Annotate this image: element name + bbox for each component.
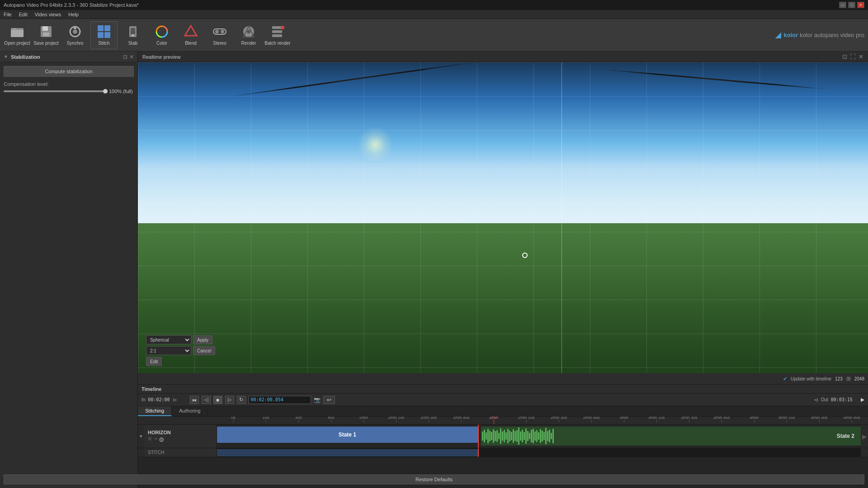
svg-point-25 [281,26,284,29]
ruler-mark-1min15: 1min 15s [380,417,412,424]
blend-button[interactable]: Blend [177,21,204,49]
menu-file[interactable]: File [4,12,12,17]
timecode-input[interactable]: 00:02:00.054 [249,396,311,404]
timeline-right-arrow[interactable]: ▶ [861,397,864,403]
compensation-slider-thumb[interactable] [103,89,108,94]
menu-bar: File Edit Video views Help [0,10,868,19]
synchro-button[interactable]: Synchro [61,21,89,49]
horizon-track-label: HORIZON ⊞ ⇥ ⚙ [144,425,217,448]
compensation-slider-track[interactable] [4,90,105,92]
svg-rect-8 [98,25,104,31]
stitch-icon [97,24,111,39]
stereo-button[interactable]: Stereo [206,21,233,49]
go-start-button[interactable]: ⏮ [190,396,199,404]
play-button[interactable]: ▷ [225,396,234,404]
panel-collapse-icon[interactable]: ▼ [4,54,8,59]
state1-block[interactable]: State 1 [217,427,478,443]
wave-bar [536,430,538,442]
preview-close-icon[interactable]: ✕ [859,53,863,60]
ruler-mark-1min30: 1min 30s [412,417,445,424]
stereo-icon [212,24,227,39]
ruler-mark-2min30: 2min 30s [542,417,575,424]
grid-view-icon[interactable]: ⊞ [846,375,851,382]
wave-bar [495,431,496,441]
compensation-slider-fill [4,90,105,92]
color-icon [155,24,169,39]
projection-select[interactable]: Spherical [146,335,191,344]
save-project-icon [39,24,53,39]
state2-block[interactable]: State 2 [481,427,861,446]
color-button[interactable]: Color [148,21,175,49]
cancel-button[interactable]: Cancel [193,346,215,355]
stab-button[interactable]: Stab [119,21,146,49]
menu-edit[interactable]: Edit [19,12,28,17]
restore-defaults-button[interactable]: Restore Defaults [4,474,864,484]
minimize-button[interactable]: ─ [839,2,846,8]
out-marker-icon[interactable]: ⊲ [814,397,818,403]
compensation-slider-row: 100% (full) [4,89,134,94]
svg-rect-22 [272,26,282,29]
play-back-button[interactable]: ◁ [202,396,211,404]
ratio-select[interactable]: 2:1 [146,346,191,355]
preview-expand-icon[interactable]: ⛶ [850,53,856,60]
stitch-right-area [861,448,868,457]
wave-bar [514,431,516,441]
horizon-settings-icon[interactable]: ⚙ [159,436,165,443]
svg-rect-9 [104,25,110,31]
stitch-button[interactable]: Stitch [90,21,118,49]
panel-close-icon[interactable]: ✕ [129,54,134,60]
wave-bar [491,432,492,440]
timeline-title: Timeline [142,386,161,392]
ruler-mark-2min15: 2min 15s [510,417,542,424]
ratio-row: 2:1 Cancel [146,346,215,355]
preview-popout-icon[interactable]: ⊡ [842,53,847,60]
panel-header: ▼ Stabilization ⊡ ✕ [0,52,137,62]
horizon-icon1[interactable]: ⊞ [148,436,151,443]
wave-bar [489,431,491,441]
wave-bar [545,428,547,444]
ruler-mark-3min30: 3min 30s [673,417,705,424]
wave-bar [505,432,507,440]
timeline-scroll-right[interactable]: ▶ [861,425,868,448]
save-project-button[interactable]: Save project [33,21,60,49]
open-project-icon [10,24,24,39]
open-project-button[interactable]: Open project [4,21,31,49]
stab-icon [126,24,140,39]
playhead-line [478,425,479,448]
brand-kolor: kolor [783,32,798,38]
wave-bar [549,430,550,442]
edit-button[interactable]: Edit [146,357,162,366]
right-area: Realtime preview ⊡ ⛶ ✕ [138,52,868,488]
horizon-track-icons: ⊞ ⇥ ⚙ [148,436,213,443]
timecode-cam-icon[interactable]: 📷 [314,397,321,403]
stabilization-content: Compute stabilization Compensation level… [0,62,137,488]
close-button[interactable]: ✕ [857,2,864,8]
wave-bar [487,429,489,443]
wave-bar [504,430,505,442]
batch-render-label: Batch render [264,41,290,46]
wave-bar [502,432,503,441]
menu-help[interactable]: Help [68,12,79,17]
panel-popout-icon[interactable]: ⊡ [123,54,127,60]
maximize-button[interactable]: □ [848,2,855,8]
batch-render-button[interactable]: Batch render [264,21,291,49]
wave-bar [529,433,530,439]
svg-rect-23 [272,30,282,33]
undo-button[interactable]: ↩ [323,396,335,404]
waveform-container: State 2 [481,427,861,446]
compute-stabilization-button[interactable]: Compute stabilization [4,66,134,77]
render-button[interactable]: Render [235,21,262,49]
apply-button[interactable]: Apply [193,335,212,344]
menu-video-views[interactable]: Video views [35,12,61,17]
horizon-icon2[interactable]: ⇥ [153,436,157,443]
horizon-expand-icon[interactable]: ▼ [138,425,144,448]
in-marker-icon[interactable]: ⊳ [173,397,177,403]
stop-button[interactable]: ■ [213,396,222,404]
tab-stitching[interactable]: Stitching [138,406,172,416]
svg-rect-2 [12,28,16,30]
window-controls[interactable]: ─ □ ✕ [839,2,864,8]
loop-button[interactable]: ↻ [237,396,246,404]
stitch-state1-bar [217,449,478,456]
svg-point-7 [73,29,77,34]
tab-authoring[interactable]: Authoring [172,406,208,416]
